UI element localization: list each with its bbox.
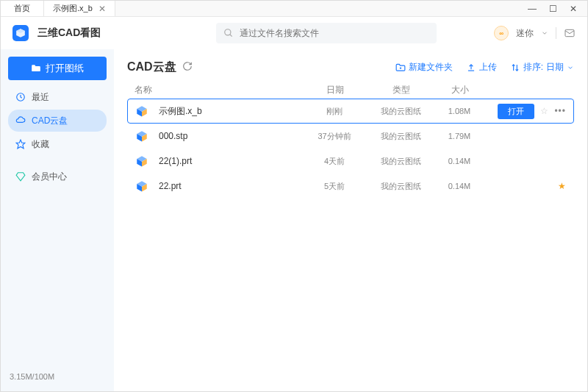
file-type: 我的云图纸: [368, 156, 434, 167]
sidebar-item-label: 会员中心: [32, 171, 67, 183]
search-icon: [223, 28, 234, 38]
file-list: 示例图.x_b刚刚我的云图纸1.08M打开☆•••000.stp37分钟前我的云…: [127, 99, 574, 199]
star-icon: [15, 139, 26, 149]
close-button[interactable]: ✕: [568, 4, 578, 14]
sidebar-item-label: CAD云盘: [32, 115, 68, 127]
open-file-button[interactable]: 打开: [498, 104, 534, 119]
file-name: 22.prt: [159, 181, 301, 191]
svg-marker-6: [16, 140, 25, 149]
mail-icon[interactable]: [564, 27, 576, 39]
chevron-down-icon[interactable]: [541, 29, 548, 37]
file-name: 22(1).prt: [159, 156, 301, 166]
file-row[interactable]: 22(1).prt4天前我的云图纸0.14M: [127, 149, 574, 174]
file-size: 0.14M: [434, 157, 485, 165]
new-folder-button[interactable]: 新建文件夹: [395, 61, 453, 74]
sidebar-item-cloud[interactable]: CAD云盘: [8, 110, 107, 132]
file-type: 我的云图纸: [368, 106, 434, 117]
open-drawing-button[interactable]: 打开图纸: [8, 57, 107, 80]
file-type: 我的云图纸: [368, 181, 434, 192]
storage-indicator: 3.15M/100M: [8, 369, 107, 384]
file-row[interactable]: 22.prt5天前我的云图纸0.14M★: [127, 174, 574, 199]
sort-prefix: 排序:: [523, 61, 543, 74]
file-type-icon: [135, 129, 148, 143]
sidebar: 打开图纸 最近 CAD云盘 收藏 会员中心 3.15M/100M: [1, 49, 114, 391]
action-label: 新建文件夹: [409, 61, 453, 74]
tab-label: 示例图.x_b: [53, 3, 93, 14]
upload-icon: [466, 63, 476, 73]
refresh-icon[interactable]: [182, 61, 193, 74]
app-logo-icon: [12, 25, 29, 41]
file-type: 我的云图纸: [368, 131, 434, 142]
upload-button[interactable]: 上传: [466, 61, 497, 74]
close-icon[interactable]: ✕: [98, 4, 106, 14]
app-title: 三维CAD看图: [37, 26, 101, 40]
tab-label: 首页: [14, 3, 30, 14]
file-date: 5天前: [301, 181, 368, 192]
col-type-header: 类型: [368, 84, 434, 96]
main-content: CAD云盘 新建文件夹 上传 排序:日期: [114, 49, 587, 391]
svg-line-3: [230, 35, 232, 37]
tab-home[interactable]: 首页: [1, 1, 44, 16]
sidebar-item-recent[interactable]: 最近: [8, 86, 107, 108]
action-label: 上传: [479, 61, 497, 74]
search-input[interactable]: [240, 28, 429, 38]
cloud-icon: [15, 115, 26, 126]
sidebar-item-member[interactable]: 会员中心: [8, 165, 107, 188]
sidebar-item-label: 收藏: [32, 138, 49, 151]
maximize-button[interactable]: ☐: [548, 4, 558, 14]
file-row[interactable]: 000.stp37分钟前我的云图纸1.79M: [127, 124, 574, 149]
mini-label[interactable]: 迷你: [516, 27, 534, 40]
svg-rect-4: [565, 29, 574, 36]
file-type-icon: [135, 179, 148, 193]
file-type-icon: [135, 154, 148, 168]
sort-icon: [510, 63, 520, 73]
svg-marker-7: [16, 173, 25, 181]
chevron-down-icon: [567, 64, 574, 71]
file-date: 刚刚: [301, 106, 368, 117]
file-row[interactable]: 示例图.x_b刚刚我的云图纸1.08M打开☆•••: [127, 99, 574, 124]
tab-file[interactable]: 示例图.x_b ✕: [44, 1, 115, 16]
file-size: 1.08M: [434, 107, 485, 115]
more-icon[interactable]: •••: [554, 106, 566, 116]
diamond-icon: [15, 171, 26, 182]
page-title: CAD云盘: [127, 60, 176, 75]
sidebar-item-label: 最近: [32, 91, 49, 104]
col-name-header: 名称: [135, 84, 302, 96]
minimize-button[interactable]: —: [527, 4, 537, 14]
star-icon[interactable]: ☆: [540, 106, 548, 116]
col-size-header: 大小: [434, 84, 486, 96]
titlebar: 首页 示例图.x_b ✕ — ☐ ✕: [1, 1, 587, 17]
sidebar-item-favorites[interactable]: 收藏: [8, 133, 107, 155]
window-controls: — ☐ ✕: [518, 1, 587, 16]
open-button-label: 打开图纸: [46, 62, 84, 75]
col-date-header: 日期: [302, 84, 368, 96]
search-box[interactable]: [216, 23, 437, 43]
clock-icon: [15, 92, 26, 102]
folder-plus-icon: [395, 63, 406, 73]
mini-badge-icon[interactable]: ∞: [494, 26, 509, 40]
header: 三维CAD看图 ∞ 迷你: [1, 17, 587, 49]
sort-button[interactable]: 排序:日期: [510, 61, 574, 74]
file-size: 0.14M: [434, 182, 485, 190]
sort-value: 日期: [546, 61, 564, 74]
file-date: 37分钟前: [301, 131, 368, 142]
file-name: 000.stp: [159, 131, 301, 141]
svg-point-2: [225, 29, 231, 35]
file-date: 4天前: [301, 156, 368, 167]
file-name: 示例图.x_b: [159, 105, 301, 118]
star-icon[interactable]: ★: [558, 181, 566, 191]
file-type-icon: [135, 104, 148, 118]
folder-icon: [31, 63, 41, 74]
file-size: 1.79M: [434, 132, 485, 140]
